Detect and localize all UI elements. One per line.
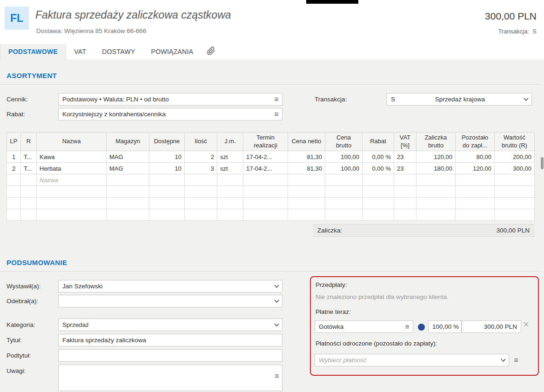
tab-podstawowe[interactable]: PODSTAWOWE xyxy=(0,44,66,60)
table-cell[interactable] xyxy=(243,186,288,198)
table-cell[interactable] xyxy=(495,186,535,198)
table-cell[interactable]: 300,00 xyxy=(495,163,535,174)
table-cell[interactable] xyxy=(185,174,217,186)
table-cell[interactable]: szt xyxy=(217,163,243,174)
table-cell[interactable] xyxy=(325,209,363,221)
table-cell[interactable] xyxy=(363,174,394,186)
table-cell[interactable] xyxy=(363,186,394,198)
new-item-row[interactable]: Nazwa xyxy=(7,174,535,186)
uwagi-textarea[interactable] xyxy=(58,365,282,391)
table-cell[interactable]: 17-04-2... xyxy=(243,151,288,163)
table-row-empty[interactable] xyxy=(7,198,535,209)
remove-payment-icon[interactable]: × xyxy=(523,319,529,330)
table-cell[interactable] xyxy=(363,198,394,209)
table-cell[interactable] xyxy=(416,209,456,221)
table-cell[interactable] xyxy=(107,198,149,209)
table-cell[interactable] xyxy=(217,174,243,186)
table-cell[interactable] xyxy=(243,174,288,186)
lookup-icon[interactable]: ≡ xyxy=(271,108,282,120)
column-header[interactable]: Pozostało do zapł... xyxy=(456,133,495,151)
scrollbar-thumb[interactable] xyxy=(541,157,544,169)
table-cell[interactable]: 2 xyxy=(7,163,21,174)
lookup-icon[interactable]: ≡ xyxy=(271,93,282,105)
table-cell[interactable]: 10 xyxy=(149,163,185,174)
column-header[interactable]: Zaliczka brutto xyxy=(416,133,456,151)
table-cell[interactable]: T... xyxy=(21,163,37,174)
cennik-field[interactable]: Podstawowy • Waluta: PLN • od brutto ≡ xyxy=(58,93,282,106)
table-cell[interactable] xyxy=(288,174,325,186)
table-cell[interactable] xyxy=(363,209,394,221)
transakcja-select[interactable]: S Sprzedaż krajowa xyxy=(386,93,532,106)
tab-dostawy[interactable]: DOSTAWY xyxy=(94,44,143,60)
attachments-tab[interactable] xyxy=(201,44,221,60)
table-cell[interactable] xyxy=(495,198,535,209)
table-cell[interactable]: MAG xyxy=(107,151,149,163)
payment-amount-field[interactable]: 300,00 PLN xyxy=(462,320,521,333)
table-cell[interactable] xyxy=(149,209,185,221)
chevron-down-icon[interactable] xyxy=(271,285,282,288)
table-cell[interactable]: 120,00 xyxy=(456,163,495,174)
table-cell[interactable]: T... xyxy=(21,151,37,163)
table-cell[interactable] xyxy=(243,198,288,209)
column-header[interactable]: J.m. xyxy=(217,133,243,151)
tab-powiązania[interactable]: POWIĄZANIA xyxy=(143,44,201,60)
chevron-down-icon[interactable] xyxy=(271,323,282,326)
table-cell[interactable]: Kawa xyxy=(37,151,107,163)
lookup-icon[interactable]: ≡ xyxy=(272,372,282,380)
table-cell[interactable] xyxy=(456,209,495,221)
column-header[interactable]: Cena brutto xyxy=(325,133,363,151)
table-cell[interactable]: 0,00 % xyxy=(363,151,394,163)
table-cell[interactable] xyxy=(394,198,416,209)
column-header[interactable]: VAT [%] xyxy=(394,133,416,151)
table-row[interactable]: 1T...KawaMAG102szt17-04-2...81,30100,000… xyxy=(7,151,535,163)
table-cell[interactable] xyxy=(185,198,217,209)
table-cell[interactable] xyxy=(21,209,37,221)
column-header[interactable]: Cena netto xyxy=(288,133,325,151)
table-cell[interactable] xyxy=(416,174,456,186)
table-cell[interactable] xyxy=(288,209,325,221)
table-cell[interactable]: 10 xyxy=(149,151,185,163)
column-header[interactable]: Wartość brutto (R) xyxy=(495,133,535,151)
payment-percent-field[interactable]: 100,00 % xyxy=(428,320,462,333)
table-cell[interactable]: 2 xyxy=(185,151,217,163)
lookup-icon[interactable]: ≡ xyxy=(511,354,521,366)
payment-method-field[interactable]: Gotówka ≡ xyxy=(315,320,413,333)
table-row-empty[interactable] xyxy=(7,209,535,221)
table-cell[interactable]: 180,00 xyxy=(416,163,456,174)
wystawil-select[interactable]: Jan Szefowski xyxy=(58,280,282,292)
table-cell[interactable] xyxy=(107,174,149,186)
lookup-icon[interactable]: ≡ xyxy=(402,321,413,332)
table-cell[interactable] xyxy=(217,186,243,198)
column-header[interactable]: Rabat xyxy=(363,133,394,151)
table-cell[interactable] xyxy=(217,209,243,221)
rabat-field[interactable]: Korzystniejszy z kontrahenta/cennika ≡ xyxy=(58,108,282,120)
proportion-icon[interactable] xyxy=(418,324,425,331)
table-cell[interactable] xyxy=(243,209,288,221)
table-cell[interactable] xyxy=(495,174,535,186)
column-header[interactable]: Ilość xyxy=(185,133,217,151)
table-cell[interactable]: 1 xyxy=(7,151,21,163)
kategoria-select[interactable]: Sprzedaż xyxy=(58,319,282,331)
column-header[interactable]: Dostępne xyxy=(149,133,185,151)
table-cell[interactable] xyxy=(416,186,456,198)
table-cell[interactable] xyxy=(7,174,21,186)
table-cell[interactable] xyxy=(394,174,416,186)
table-cell[interactable]: 100,00 xyxy=(325,151,363,163)
table-cell[interactable] xyxy=(185,209,217,221)
table-cell[interactable] xyxy=(456,198,495,209)
table-cell[interactable] xyxy=(37,198,107,209)
table-cell[interactable] xyxy=(7,186,21,198)
table-cell[interactable]: 200,00 xyxy=(495,151,535,163)
tytul-input[interactable]: Faktura sprzedaży zaliczkowa xyxy=(58,334,282,346)
table-cell[interactable]: MAG xyxy=(107,163,149,174)
table-cell[interactable] xyxy=(394,209,416,221)
column-header[interactable]: Magazyn xyxy=(107,133,149,151)
table-cell[interactable] xyxy=(185,186,217,198)
chevron-down-icon[interactable] xyxy=(497,359,509,362)
table-cell[interactable]: Nazwa xyxy=(37,174,107,186)
table-cell[interactable]: 120,00 xyxy=(416,151,456,163)
table-cell[interactable] xyxy=(149,186,185,198)
table-cell[interactable]: 100,00 xyxy=(325,163,363,174)
table-cell[interactable] xyxy=(7,209,21,221)
table-cell[interactable]: 3 xyxy=(185,163,217,174)
